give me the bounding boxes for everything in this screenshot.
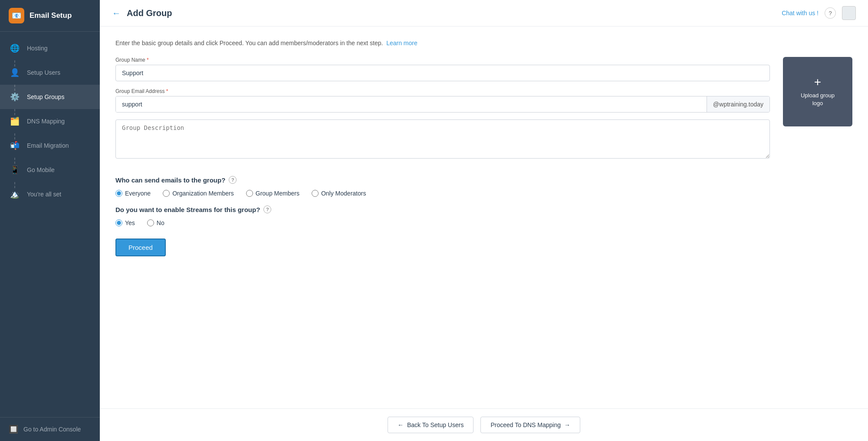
sidebar-item-label: Email Migration — [27, 142, 69, 149]
go-to-admin-console-button[interactable]: 🔲 Go to Admin Console — [9, 424, 91, 434]
app-title: Email Setup — [30, 11, 72, 20]
group-name-label: Group Name * — [115, 57, 770, 63]
radio-everyone[interactable]: Everyone — [115, 190, 151, 197]
sidebar-item-setup-users[interactable]: 👤 Setup Users — [0, 60, 100, 85]
page-title: Add Group — [127, 8, 172, 18]
sidebar-item-label: Hosting — [27, 45, 47, 52]
radio-group-members[interactable]: Group Members — [246, 190, 299, 197]
dns-mapping-icon: 🗂️ — [9, 115, 21, 127]
group-description-field — [115, 119, 770, 160]
setup-groups-icon: ⚙️ — [9, 91, 21, 103]
sidebar-nav: 🌐 Hosting 👤 Setup Users ⚙️ Setup Groups … — [0, 32, 100, 417]
forward-arrow-icon: → — [564, 421, 570, 428]
footer-label: Go to Admin Console — [23, 426, 81, 433]
email-input-row: @wptraining.today — [115, 96, 770, 113]
streams-help-icon[interactable]: ? — [263, 206, 271, 213]
radio-streams-no[interactable]: No — [147, 219, 164, 226]
back-button[interactable]: ← — [112, 8, 121, 18]
required-star: * — [147, 57, 149, 63]
group-email-label: Group Email Address * — [115, 88, 770, 94]
intro-text: Enter the basic group details and click … — [115, 40, 852, 46]
radio-group-members-input[interactable] — [246, 190, 253, 197]
group-email-field: Group Email Address * @wptraining.today — [115, 88, 770, 113]
sidebar-item-hosting[interactable]: 🌐 Hosting — [0, 36, 100, 60]
all-set-icon: 🏔️ — [9, 188, 21, 200]
sidebar-item-dns-mapping[interactable]: 🗂️ DNS Mapping — [0, 109, 100, 133]
group-description-input[interactable] — [115, 119, 770, 159]
who-can-send-label: Who can send emails to the group? ? — [115, 176, 852, 184]
streams-radio-group: Yes No — [115, 219, 852, 226]
upload-plus-icon: + — [814, 76, 821, 88]
upload-label-text: Upload grouplogo — [801, 92, 835, 107]
topbar: ← Add Group Chat with us ! ? — [100, 0, 868, 27]
email-migration-icon: 📬 — [9, 139, 21, 152]
back-to-setup-users-button[interactable]: ← Back To Setup Users — [388, 417, 473, 433]
topbar-right: Chat with us ! ? — [782, 6, 856, 20]
setup-users-icon: 👤 — [9, 66, 21, 79]
form-fields: Group Name * Group Email Address * @wptr… — [115, 57, 770, 167]
proceed-to-dns-mapping-button[interactable]: Proceed To DNS Mapping → — [480, 417, 580, 433]
sidebar-footer[interactable]: 🔲 Go to Admin Console — [0, 417, 100, 441]
sidebar-item-setup-groups[interactable]: ⚙️ Setup Groups — [0, 85, 100, 109]
streams-label: Do you want to enable Streams for this g… — [115, 206, 852, 213]
who-can-send-help-icon[interactable]: ? — [229, 176, 237, 184]
admin-console-icon: 🔲 — [9, 424, 18, 434]
chat-link[interactable]: Chat with us ! — [782, 10, 819, 17]
content-area: Enter the basic group details and click … — [100, 27, 868, 408]
group-email-input[interactable] — [116, 96, 707, 112]
help-button[interactable]: ? — [825, 7, 836, 19]
sidebar-item-go-mobile[interactable]: 📱 Go Mobile — [0, 158, 100, 182]
sidebar-item-label: Go Mobile — [27, 166, 55, 173]
go-mobile-icon: 📱 — [9, 164, 21, 176]
radio-everyone-input[interactable] — [115, 190, 122, 197]
avatar[interactable] — [842, 6, 856, 20]
sidebar-item-label: Setup Groups — [27, 93, 64, 100]
form-upload-row: Group Name * Group Email Address * @wptr… — [115, 57, 852, 167]
sidebar-item-label: Setup Users — [27, 69, 60, 76]
required-star-email: * — [166, 88, 168, 94]
radio-org-members-input[interactable] — [163, 190, 170, 197]
learn-more-link[interactable]: Learn more — [386, 40, 418, 46]
sidebar-item-youre-all-set[interactable]: 🏔️ You're all set — [0, 182, 100, 206]
radio-streams-yes[interactable]: Yes — [115, 219, 135, 226]
group-name-input[interactable] — [115, 65, 770, 81]
radio-streams-no-input[interactable] — [147, 219, 154, 226]
radio-only-moderators[interactable]: Only Moderators — [312, 190, 366, 197]
topbar-left: ← Add Group — [112, 8, 172, 18]
radio-streams-yes-input[interactable] — [115, 219, 122, 226]
radio-org-members[interactable]: Organization Members — [163, 190, 234, 197]
proceed-button[interactable]: Proceed — [115, 239, 166, 256]
sidebar-item-label: DNS Mapping — [27, 118, 65, 125]
sidebar: 📧 Email Setup 🌐 Hosting 👤 Setup Users ⚙️… — [0, 0, 100, 441]
radio-only-moderators-input[interactable] — [312, 190, 319, 197]
email-domain: @wptraining.today — [707, 96, 769, 112]
hosting-icon: 🌐 — [9, 42, 21, 54]
who-can-send-radio-group: Everyone Organization Members Group Memb… — [115, 190, 852, 197]
upload-logo-box[interactable]: + Upload grouplogo — [783, 57, 852, 126]
sidebar-item-email-migration[interactable]: 📬 Email Migration — [0, 133, 100, 158]
group-name-field: Group Name * — [115, 57, 770, 81]
bottom-bar: ← Back To Setup Users Proceed To DNS Map… — [100, 408, 868, 441]
sidebar-item-label: You're all set — [27, 191, 61, 198]
main-content: ← Add Group Chat with us ! ? Enter the b… — [100, 0, 868, 441]
app-logo-icon: 📧 — [9, 8, 24, 23]
back-arrow-icon: ← — [398, 421, 404, 428]
sidebar-header: 📧 Email Setup — [0, 0, 100, 32]
